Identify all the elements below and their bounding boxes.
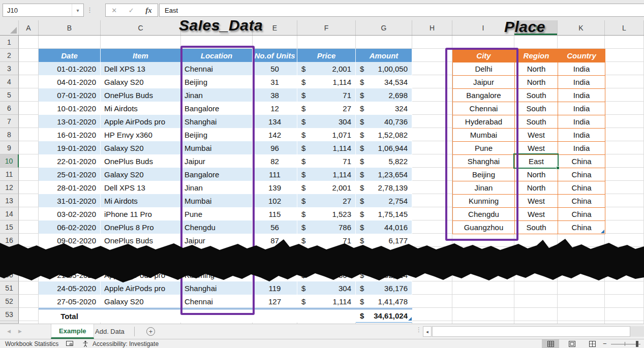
fill-handle[interactable] — [556, 166, 560, 170]
row-header-2[interactable]: 2 — [0, 49, 19, 62]
cell-date[interactable]: 04-01-2020 — [39, 75, 101, 88]
cell-price[interactable]: $1,114 — [297, 141, 356, 154]
cell-price[interactable]: $786 — [297, 220, 356, 234]
cancel-icon[interactable]: ✕ — [111, 7, 117, 14]
cell-region[interactable]: North — [515, 76, 558, 89]
cell-amount[interactable]: $1,52,082 — [356, 128, 412, 141]
cell-location[interactable]: Jinan — [181, 88, 253, 102]
formula-input[interactable]: East — [159, 4, 644, 17]
cell-date[interactable]: 19-01-2020 — [39, 141, 101, 154]
confirm-icon[interactable]: ✓ — [129, 7, 134, 14]
cell-amount[interactable]: $36,176 — [356, 281, 412, 295]
zoom-slider-handle[interactable] — [636, 341, 638, 347]
insert-function-icon[interactable]: fx — [145, 6, 152, 15]
cell-units[interactable]: 82 — [253, 154, 297, 168]
cell-price[interactable]: $1,114 — [297, 168, 356, 181]
sheet-nav-left-icon[interactable]: ◀ — [7, 329, 11, 334]
cell-price[interactable]: $71 — [297, 234, 356, 247]
cell-date[interactable]: 09-02-2020 — [39, 234, 101, 247]
cell-item[interactable]: OnePlus Buds — [101, 234, 181, 247]
cell-price[interactable]: $304 — [297, 281, 356, 295]
row-header-12[interactable]: 12 — [0, 181, 19, 194]
cell-location[interactable]: Bangalore — [181, 168, 253, 181]
cell-item[interactable]: Dell XPS 13 — [101, 181, 181, 194]
normal-view-button[interactable] — [542, 339, 559, 348]
cell-country[interactable]: China — [558, 208, 605, 221]
hscroll-left-button[interactable]: ◂ — [423, 326, 432, 337]
cell-location[interactable]: Pune — [181, 207, 253, 220]
cell-location[interactable]: Chengdu — [181, 220, 253, 234]
cell-city[interactable]: Bangalore — [453, 89, 515, 102]
row-header-8[interactable]: 8 — [0, 128, 19, 141]
cell-amount[interactable]: $5,822 — [356, 154, 412, 168]
cell-date[interactable]: 27-05-2020 — [39, 295, 101, 308]
row-header-16[interactable]: 16 — [0, 234, 19, 247]
cell-city[interactable]: Guangzhou — [453, 221, 515, 234]
cell-location[interactable]: Jaipur — [181, 234, 253, 247]
cell-units[interactable]: 12 — [253, 102, 297, 115]
cell-units[interactable]: 127 — [253, 295, 297, 308]
cell-price[interactable]: $2,001 — [297, 62, 356, 75]
cell-item[interactable]: HP Envy x360 — [101, 128, 181, 141]
row-header-13[interactable]: 13 — [0, 194, 19, 207]
column-header-L[interactable]: L — [605, 20, 644, 35]
cell-units[interactable] — [253, 268, 297, 281]
cell-date[interactable]: 28-01-2020 — [39, 181, 101, 194]
cell-location[interactable]: Kunming — [181, 268, 253, 281]
row-header-3[interactable]: 3 — [0, 62, 19, 75]
row-header-5[interactable]: 5 — [0, 88, 19, 102]
cell-date[interactable]: 31-01-2020 — [39, 194, 101, 207]
selected-cell-border[interactable] — [513, 153, 559, 169]
cell-date[interactable]: 10-01-2020 — [39, 102, 101, 115]
cell-region[interactable]: North — [515, 181, 558, 195]
cell-item[interactable]: OnePlus Buds — [101, 88, 181, 102]
cell-item[interactable]: Mi Airdots — [101, 102, 181, 115]
cell-amount[interactable]: $6,177 — [356, 234, 412, 247]
cell-date[interactable]: 13-01-2020 — [39, 115, 101, 128]
cell-amount[interactable]: $1,41,478 — [356, 295, 412, 308]
cell-units[interactable]: 50 — [253, 62, 297, 75]
column-header-G[interactable]: G — [356, 20, 412, 35]
cell-city[interactable]: Delhi — [453, 62, 515, 76]
cell-city[interactable]: Chennai — [453, 102, 515, 115]
cell-city[interactable]: Shanghai — [453, 155, 515, 168]
row-header-7[interactable]: 7 — [0, 115, 19, 128]
cell-country[interactable]: China — [558, 181, 605, 195]
cell-date[interactable]: 24-05-2020 — [39, 281, 101, 295]
cell-region[interactable]: North — [515, 168, 558, 181]
cell-location[interactable]: Mumbai — [181, 194, 253, 207]
cell-region[interactable]: West — [515, 208, 558, 221]
cell-region[interactable]: West — [515, 129, 558, 142]
cell-location[interactable]: Jaipur — [181, 154, 253, 168]
cell-amount[interactable]: $40,736 — [356, 115, 412, 128]
row-header-14[interactable]: 14 — [0, 207, 19, 220]
cell-item[interactable]: Mi Airdots — [101, 194, 181, 207]
cell-city[interactable]: Kunming — [453, 195, 515, 208]
name-box-dropdown-icon[interactable]: ▾ — [72, 4, 83, 16]
cell-amount[interactable]: $2,698 — [356, 88, 412, 102]
cell-location[interactable]: Chennai — [181, 295, 253, 308]
cell-date[interactable]: 16-01-2020 — [39, 128, 101, 141]
cell-country[interactable]: India — [558, 62, 605, 76]
cell-amount[interactable]: $2,78,139 — [356, 181, 412, 194]
cell-item[interactable]: Dell XPS 13 — [101, 62, 181, 75]
row-header-11[interactable]: 11 — [0, 168, 19, 181]
formula-bar-splitter-icon[interactable]: ⋮ — [86, 6, 93, 14]
cell-price[interactable]: $1,114 — [297, 75, 356, 88]
cell-item[interactable]: OnePlus 8 Pro — [101, 220, 181, 234]
accessibility-status[interactable]: Accessibility: Investigate — [93, 340, 159, 347]
cell-empty[interactable] — [101, 309, 181, 323]
cell-price[interactable]: $71 — [297, 154, 356, 168]
cell-location[interactable]: Jinan — [181, 181, 253, 194]
cell-country[interactable]: India — [558, 89, 605, 102]
column-header-C[interactable]: C — [101, 20, 181, 35]
row-header-53[interactable]: 53 — [0, 308, 19, 321]
cell-price[interactable]: $304 — [297, 115, 356, 128]
cell-amount[interactable]: $324 — [356, 102, 412, 115]
cell-price[interactable]: $304 — [297, 268, 356, 281]
cell-units[interactable]: 96 — [253, 141, 297, 154]
display-settings-icon[interactable] — [66, 340, 73, 348]
cell-units[interactable]: 38 — [253, 88, 297, 102]
cell-empty[interactable] — [181, 309, 253, 323]
row-header-50[interactable]: 50 — [0, 268, 19, 281]
